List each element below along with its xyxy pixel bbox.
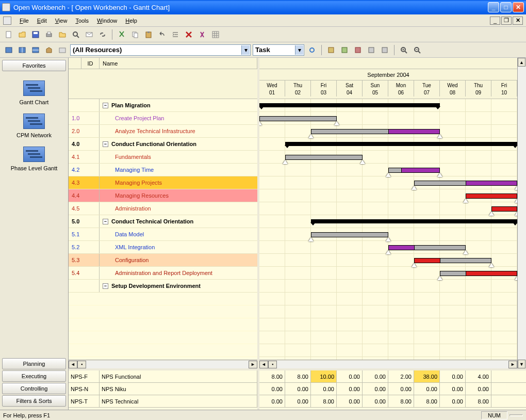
resource-value-cell[interactable]: 8.00 [466, 395, 491, 407]
gantt-task-bar[interactable] [311, 232, 388, 237]
resource-value-cell[interactable]: 0.00 [337, 395, 363, 407]
gantt-task-bar[interactable] [440, 258, 491, 263]
mail-icon[interactable] [84, 29, 95, 40]
gantt-task-bar[interactable] [414, 245, 466, 250]
menu-view[interactable]: View [51, 17, 72, 25]
resource-value-cell[interactable]: 0.00 [440, 395, 466, 407]
task-row[interactable]: 5.0−Conduct Technical Orientation [69, 215, 257, 228]
sidebar-category-planning[interactable]: Planning [2, 358, 66, 369]
resource-row[interactable]: NPS-TNPS Technical [69, 395, 257, 408]
mdi-close-button[interactable]: ✕ [513, 17, 523, 25]
resource-value-cell[interactable]: 0.00 [440, 383, 466, 395]
view-btn-5-icon[interactable] [57, 44, 68, 56]
copy-icon[interactable] [129, 29, 141, 40]
scroll-right-icon[interactable]: ► [249, 361, 257, 368]
scroll-left-icon[interactable]: ◄ [259, 361, 268, 368]
tool-a-icon[interactable] [325, 44, 337, 56]
scroll-left-icon[interactable]: ◄ [69, 361, 77, 368]
task-row[interactable]: 5.4Administration and Report Deployment [69, 267, 257, 280]
resource-value-cell[interactable]: 8.00 [311, 395, 337, 407]
sidebar-view-gantt[interactable]: Gantt Chart [2, 76, 66, 109]
resource-value-cell[interactable]: 0.00 [388, 383, 414, 395]
task-row[interactable]: 2.0Analyze Technical Infrastructure [69, 125, 257, 138]
resource-value-cell[interactable]: 8.00 [285, 370, 311, 382]
tool-c-icon[interactable] [352, 44, 364, 56]
resource-value-cell[interactable]: 8.00 [414, 395, 440, 407]
tool-d-icon[interactable] [366, 44, 377, 56]
find-icon[interactable] [196, 29, 208, 40]
resource-row[interactable]: NPS-FNPS Functional [69, 370, 257, 383]
task-row[interactable]: 4.4Managing Resources [69, 189, 257, 202]
sidebar-category-filters[interactable]: Filters & Sorts [2, 395, 66, 407]
resource-value-cell[interactable]: 0.00 [363, 383, 388, 395]
resource-value-cell[interactable]: 0.00 [337, 370, 363, 382]
resource-value-cell[interactable]: 38.00 [414, 370, 440, 382]
collapse-toggle-icon[interactable]: − [103, 219, 108, 224]
zoom-in-icon[interactable] [398, 44, 409, 56]
new-icon[interactable] [3, 29, 14, 40]
gantt-hscroll[interactable]: ◄ ▪ ► [259, 360, 517, 368]
task-row[interactable]: 4.2Managing Time [69, 164, 257, 176]
menu-help[interactable]: Help [121, 17, 141, 25]
task-row[interactable]: 4.3Managing Projects [69, 176, 257, 189]
print-icon[interactable] [43, 29, 55, 40]
undo-icon[interactable] [156, 29, 168, 40]
gantt-task-bar[interactable] [466, 193, 517, 199]
view-btn-1-icon[interactable] [3, 44, 14, 56]
scroll-right-icon[interactable]: ► [508, 361, 517, 368]
gantt-vscroll[interactable]: ▲ ▼ [517, 58, 526, 368]
scroll-stop-icon[interactable]: ▪ [268, 361, 277, 368]
menu-file[interactable]: File [15, 17, 33, 25]
menu-tools[interactable]: Tools [71, 17, 93, 25]
column-header-id[interactable]: ID [81, 58, 100, 69]
zoom-out-icon[interactable] [412, 44, 423, 56]
view-btn-4-icon[interactable] [43, 44, 55, 56]
menu-edit[interactable]: Edit [33, 17, 51, 25]
gantt-summary-bar[interactable] [311, 219, 517, 223]
indent-icon[interactable] [170, 29, 181, 40]
task-row[interactable]: 4.1Fundamentals [69, 151, 257, 164]
task-row[interactable]: 5.2XML Integration [69, 241, 257, 254]
sidebar-category-executing[interactable]: Executing [2, 370, 66, 382]
resource-value-cell[interactable]: 8.00 [259, 370, 285, 382]
minimize-button[interactable]: _ [488, 2, 499, 12]
resource-row[interactable]: NPS-NNPS Niku [69, 383, 257, 395]
resource-value-cell[interactable]: 8.00 [388, 395, 414, 407]
gantt-body[interactable] [259, 99, 517, 360]
resource-value-cell[interactable]: 0.00 [259, 383, 285, 395]
task-hscroll[interactable]: ◄ ▪ ► [69, 360, 257, 368]
grid-icon[interactable] [210, 29, 221, 40]
resource-value-cell[interactable]: 0.00 [414, 383, 440, 395]
maximize-button[interactable]: □ [500, 2, 512, 12]
resource-value-cell[interactable]: 0.00 [311, 383, 337, 395]
sidebar-view-cpm[interactable]: CPM Network [2, 109, 66, 142]
gantt-task-bar[interactable] [259, 116, 337, 121]
sidebar-category-controlling[interactable]: Controlling [2, 383, 66, 394]
resource-value-cell[interactable]: 0.00 [259, 395, 285, 407]
gantt-task-bar[interactable] [466, 271, 517, 276]
collapse-toggle-icon[interactable]: − [103, 141, 108, 147]
resource-value-cell[interactable]: 0.00 [363, 395, 388, 407]
gantt-task-bar[interactable] [388, 129, 440, 134]
resource-value-cell[interactable]: 0.00 [285, 383, 311, 395]
mdi-minimize-button[interactable]: _ [490, 17, 500, 25]
resource-value-cell[interactable]: 0.00 [363, 370, 388, 382]
gantt-task-bar[interactable] [466, 181, 517, 186]
paste-icon[interactable] [143, 29, 154, 40]
mdi-restore-button[interactable]: ❐ [501, 17, 512, 25]
task-row[interactable]: 5.3Configuration [69, 254, 257, 267]
menu-window[interactable]: Window [93, 17, 121, 25]
column-header-name[interactable]: Name [100, 58, 257, 69]
task-row[interactable]: −Setup Development Environment [69, 280, 257, 293]
task-row[interactable]: 4.0−Conduct Functional Orientation [69, 138, 257, 151]
gantt-task-bar[interactable] [401, 168, 440, 173]
collapse-toggle-icon[interactable]: − [103, 103, 108, 108]
task-row[interactable]: −Plan Migration [69, 99, 257, 112]
folder-icon[interactable] [57, 29, 68, 40]
resource-value-cell[interactable]: 4.00 [466, 370, 491, 382]
view-btn-2-icon[interactable] [17, 44, 28, 56]
task-row[interactable]: 4.5Administration [69, 202, 257, 215]
resource-value-cell[interactable]: 0.00 [440, 370, 466, 382]
gantt-task-bar[interactable] [491, 206, 517, 212]
resource-value-cell[interactable]: 0.00 [466, 383, 491, 395]
